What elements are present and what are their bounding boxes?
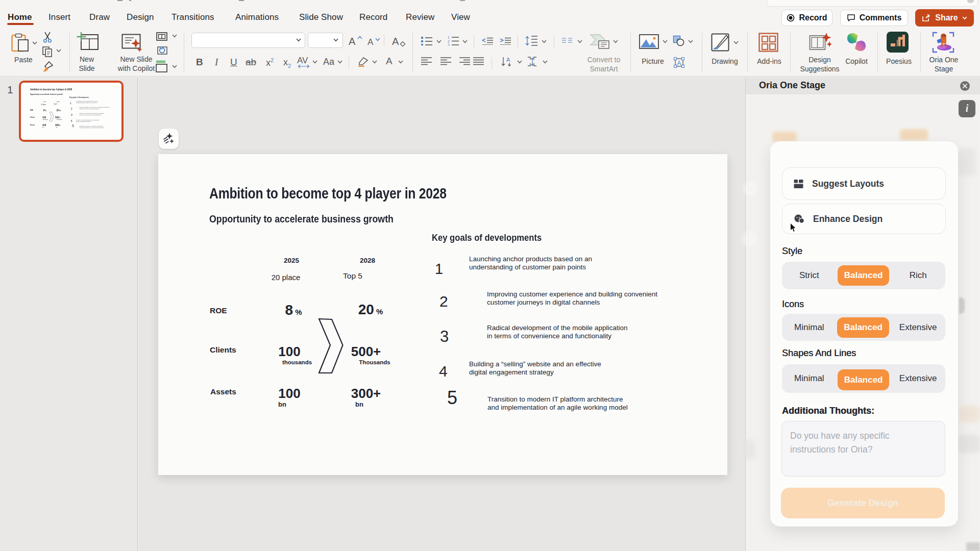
svg-text:3: 3 [448,43,450,46]
svg-text:A: A [677,60,681,67]
svg-text:A: A [506,57,510,63]
svg-text:1: 1 [448,36,450,39]
svg-text:2: 2 [448,40,450,43]
